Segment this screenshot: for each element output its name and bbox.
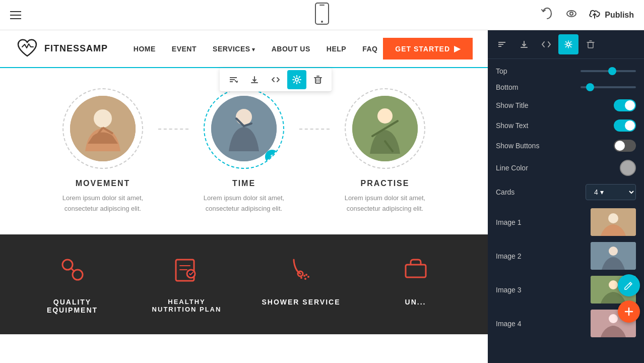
nav-faq[interactable]: FAQ	[362, 45, 377, 53]
svg-point-40	[304, 278, 306, 280]
footer-item-1: QUALITY EQUIPMENT	[30, 255, 114, 314]
panel-sort-btn[interactable]	[492, 34, 512, 54]
svg-point-17	[94, 109, 112, 128]
nav-about[interactable]: ABOUT US	[272, 45, 310, 53]
cards-select[interactable]: 4 ▾ 3 5	[586, 184, 636, 200]
logo-text: FITNESSAMP	[44, 43, 108, 54]
image-1-label: Image 1	[496, 218, 522, 226]
image-3-label: Image 3	[496, 286, 522, 294]
svg-point-54	[609, 247, 618, 256]
top-slider[interactable]	[581, 70, 636, 72]
footer-title-2: HEALTHY NUTRITION PLAN	[145, 298, 229, 313]
footer-item-2: HEALTHY NUTRITION PLAN	[145, 255, 229, 313]
svg-point-38	[300, 277, 302, 279]
bottom-slider[interactable]	[581, 86, 636, 88]
cards-count-row: Cards 4 ▾ 3 5	[496, 184, 636, 200]
card-1: MOVEMENT Lorem ipsum dolor sit amet, con…	[47, 88, 158, 214]
nutrition-plan-icon	[172, 255, 202, 290]
nav-home[interactable]: HOME	[134, 45, 156, 53]
show-text-toggle[interactable]	[614, 119, 636, 132]
show-text-label: Show Text	[496, 122, 528, 130]
phone-preview-icon[interactable]	[315, 3, 329, 28]
card-2: 2 TIME Lorem ipsum dolor sit amet, conse…	[188, 88, 299, 214]
show-title-toggle[interactable]	[614, 99, 636, 111]
toolbar-settings-btn[interactable]	[287, 70, 306, 89]
svg-point-58	[609, 314, 618, 323]
nav-event[interactable]: EVENT	[172, 45, 197, 53]
panel-settings-btn[interactable]	[558, 34, 578, 54]
card-connector-1	[158, 129, 188, 130]
site-nav: FITNESSAMP HOME EVENT SERVICES ABOUT US …	[0, 30, 488, 68]
top-padding-row: Top	[496, 67, 636, 75]
nav-help[interactable]: HELP	[327, 45, 346, 53]
get-started-label: GET STARTED	[395, 45, 450, 53]
svg-point-47	[567, 43, 570, 46]
show-title-knob	[625, 100, 635, 110]
panel-download-btn[interactable]	[514, 34, 534, 54]
top-bar: Publish	[0, 0, 644, 30]
cards-label: Cards	[496, 188, 514, 196]
svg-line-59	[629, 283, 631, 285]
nav-services[interactable]: SERVICES	[213, 45, 255, 53]
toolbar-download-btn[interactable]	[245, 70, 264, 89]
image-2-row: Image 2	[496, 242, 636, 270]
svg-rect-11	[315, 78, 320, 83]
card-1-image	[70, 96, 136, 161]
svg-point-39	[305, 274, 307, 276]
svg-point-52	[608, 213, 618, 223]
footer-title-1: QUALITY EQUIPMENT	[30, 298, 114, 314]
footer-item-4: UN...	[373, 255, 458, 306]
preview-eye-icon[interactable]	[564, 7, 578, 23]
svg-rect-48	[588, 42, 593, 48]
show-title-label: Show Title	[496, 101, 529, 109]
image-1-row: Image 1	[496, 208, 636, 236]
edit-fab[interactable]	[618, 274, 640, 296]
bottom-label: Bottom	[496, 83, 518, 91]
line-color-picker[interactable]	[620, 160, 636, 176]
toolbar-sort-btn[interactable]	[224, 70, 243, 89]
svg-point-3	[567, 11, 576, 17]
panel-code-btn[interactable]	[536, 34, 556, 54]
show-title-row: Show Title	[496, 99, 636, 111]
panel-toolbar	[488, 30, 644, 59]
top-bar-center	[315, 3, 329, 28]
publish-button[interactable]: Publish	[589, 9, 634, 21]
preview-area: FITNESSAMP HOME EVENT SERVICES ABOUT US …	[0, 30, 488, 363]
logo-area: FITNESSAMP	[15, 36, 108, 62]
undo-icon[interactable]	[540, 7, 554, 23]
main-area: FITNESSAMP HOME EVENT SERVICES ABOUT US …	[0, 30, 644, 363]
image-1-thumb[interactable]	[591, 208, 636, 236]
card-item-3: PRACTISE Lorem ipsum dolor sit amet, con…	[330, 88, 440, 214]
image-3-row: Image 3	[496, 276, 636, 304]
get-started-button[interactable]: GET STARTED ▶	[383, 38, 473, 59]
quality-equipment-icon	[57, 255, 88, 290]
panel-trash-btn[interactable]	[581, 34, 601, 54]
card-1-circle	[62, 88, 143, 169]
svg-point-21	[236, 109, 252, 125]
line-color-label: Line Color	[496, 164, 528, 172]
footer-item-4-icon	[401, 255, 431, 290]
toolbar-trash-btn[interactable]	[308, 70, 328, 89]
add-fab[interactable]	[618, 300, 640, 323]
show-buttons-row: Show Buttons	[496, 140, 636, 152]
card-2-title: TIME	[232, 179, 255, 188]
svg-line-31	[71, 268, 74, 271]
footer-item-3: SHOWER SERVICE	[259, 255, 343, 306]
line-color-row: Line Color	[496, 160, 636, 176]
footer-title-4: UN...	[405, 298, 426, 306]
image-2-thumb[interactable]	[591, 242, 636, 270]
top-bar-right: Publish	[540, 7, 634, 23]
card-1-text: Lorem ipsum dolor sit amet, consectetur …	[47, 193, 158, 214]
show-buttons-label: Show Buttons	[496, 142, 539, 150]
image-4-label: Image 4	[496, 320, 522, 328]
show-buttons-toggle[interactable]	[614, 140, 636, 152]
card-3-text: Lorem ipsum dolor sit amet, consectetur …	[330, 193, 440, 214]
right-panel: Top Bottom Show Title S	[488, 30, 644, 363]
svg-point-4	[570, 12, 573, 15]
image-2-label: Image 2	[496, 252, 522, 260]
publish-label: Publish	[605, 11, 634, 20]
toolbar-code-btn[interactable]	[266, 70, 285, 89]
card-1-title: MOVEMENT	[76, 179, 130, 188]
hamburger-menu[interactable]	[10, 11, 21, 19]
svg-point-10	[295, 78, 298, 81]
